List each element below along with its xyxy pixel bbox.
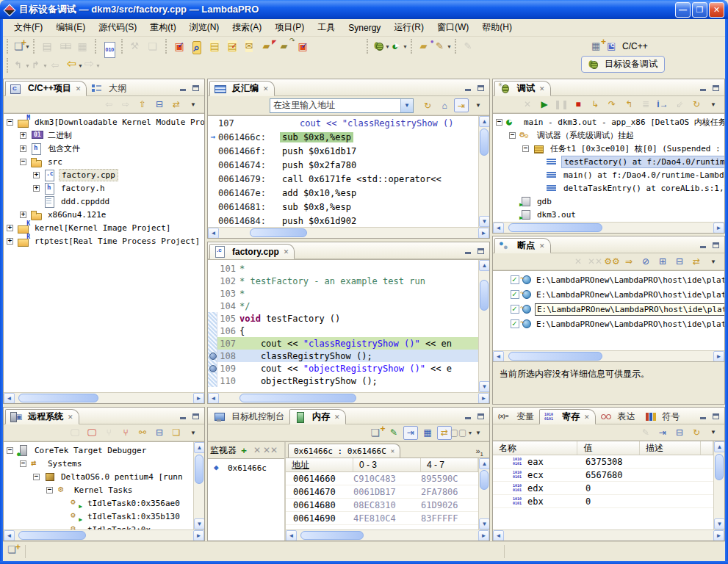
close-button[interactable]: ✕: [709, 2, 724, 18]
close-icon[interactable]: ✕: [76, 85, 82, 93]
tree-item[interactable]: tIdleTask2:0x: [4, 523, 193, 529]
maximize-view-button[interactable]: [710, 83, 721, 93]
horizontal-scrollbar[interactable]: ◄ ►: [493, 222, 724, 233]
scroll-left-icon[interactable]: ◄: [4, 393, 15, 404]
tree-item[interactable]: Kernel Tasks: [4, 483, 193, 496]
connect-target-button[interactable]: 🖵: [84, 426, 99, 440]
editor-annotation[interactable]: [208, 300, 217, 312]
tab-target-console[interactable]: 目标机控制台: [209, 409, 289, 424]
scroll-left-icon[interactable]: ◄: [493, 351, 504, 362]
menu-item[interactable]: 源代码(S): [92, 20, 143, 35]
minimize-view-button[interactable]: [697, 83, 708, 93]
refresh-connection-button[interactable]: ⑂: [118, 426, 133, 440]
memory-row[interactable]: 00614660 C910C483 895590C: [286, 472, 478, 485]
refresh-button[interactable]: ❏: [169, 426, 184, 440]
forward-nav-button[interactable]: ⇨: [118, 98, 133, 112]
scroll-down-icon[interactable]: ▼: [479, 381, 489, 392]
scroll-right-icon[interactable]: ►: [193, 530, 204, 541]
view-menu-button[interactable]: ▼: [706, 425, 721, 439]
collapse-all-button[interactable]: ⊟: [672, 255, 687, 269]
scroll-up-icon[interactable]: ▲: [194, 442, 204, 453]
close-icon[interactable]: ✕: [263, 85, 269, 93]
tab-registers[interactable]: 寄存 ✕: [539, 409, 596, 424]
binary-parser-button[interactable]: [101, 37, 119, 55]
build-log-button[interactable]: [145, 37, 163, 55]
address-input[interactable]: [270, 101, 400, 111]
scroll-right-icon[interactable]: ►: [478, 393, 489, 404]
horizontal-scrollbar[interactable]: ◄ ►: [4, 529, 204, 540]
expand-all-button[interactable]: ⊞: [655, 255, 670, 269]
tab-memory[interactable]: 内存 ✕: [289, 409, 346, 424]
save-button[interactable]: [40, 37, 57, 55]
breakpoint-row[interactable]: E:\LambdaPROnew\LambdaPRO\host\ide\platf…: [493, 302, 724, 317]
scroll-up-icon[interactable]: ▲: [479, 458, 489, 469]
tree-item[interactable]: tIdleTask1:0x35b130: [4, 510, 193, 523]
annotation-button[interactable]: ▼: [435, 37, 453, 55]
editor-annotation[interactable]: [208, 275, 217, 287]
print-button[interactable]: [75, 37, 93, 55]
vertical-scrollbar[interactable]: ▲ ▼: [478, 260, 489, 392]
scroll-right-icon[interactable]: ►: [193, 393, 204, 404]
last-edit-button[interactable]: ▼: [13, 57, 31, 74]
editor-annotation[interactable]: [208, 262, 217, 275]
expander-icon[interactable]: [496, 119, 502, 126]
scroll-right-icon[interactable]: ►: [713, 530, 724, 541]
check-script-button[interactable]: [225, 37, 242, 55]
view-menu-button[interactable]: ▼: [706, 98, 721, 112]
back-nav-button[interactable]: ⇦: [101, 98, 116, 112]
save-all-button[interactable]: [57, 37, 75, 55]
remove-monitor-button[interactable]: ✕: [251, 444, 263, 458]
collapse-all-button[interactable]: ⊟: [152, 426, 167, 440]
expander-icon[interactable]: [33, 474, 40, 480]
tree-item[interactable]: Systems: [4, 457, 193, 470]
address-combo[interactable]: ▼: [270, 98, 414, 113]
view-menu-button[interactable]: ▼: [706, 255, 721, 269]
menu-item[interactable]: 工具: [311, 20, 342, 35]
back-history-button[interactable]: [48, 57, 66, 74]
menu-item[interactable]: 项目(P): [268, 20, 311, 35]
step-filters-button[interactable]: ≣: [638, 98, 653, 112]
expander-icon[interactable]: [33, 185, 40, 192]
show-type-names-button[interactable]: ✎: [638, 425, 653, 439]
tree-item[interactable]: factory.cpp: [4, 168, 204, 181]
tree-item[interactable]: main - dkm3.out - app_x86 [DeltaOS 内核任务调: [493, 115, 724, 129]
resume-button[interactable]: ▶: [537, 98, 552, 112]
tree-item[interactable]: DeltaOS6.0 pentium4 [runn: [4, 470, 193, 483]
tab-debug[interactable]: 调试 ✕: [494, 81, 551, 96]
editor-annotation[interactable]: [208, 287, 217, 300]
tab-overflow-chevron[interactable]: »1: [475, 446, 489, 458]
menu-item[interactable]: 编辑(E): [49, 20, 92, 35]
horiz-scrollbar[interactable]: ◄ ►: [286, 529, 489, 540]
expander-icon[interactable]: [7, 447, 13, 454]
target-search-button[interactable]: [190, 37, 207, 55]
fast-view-icon[interactable]: [6, 544, 22, 559]
active-perspective-button[interactable]: 目标设备调试: [581, 56, 665, 73]
breakpoint-marker[interactable]: [208, 362, 217, 375]
scroll-down-icon[interactable]: ▼: [479, 216, 489, 227]
column-description[interactable]: 描述: [640, 441, 701, 455]
expander-icon[interactable]: [522, 145, 529, 152]
tree-item[interactable]: ddd.cppddd: [4, 195, 204, 208]
maximize-view-button[interactable]: [710, 411, 721, 421]
scroll-down-icon[interactable]: ▼: [714, 518, 724, 529]
remove-terminated-button[interactable]: ✕: [520, 98, 535, 112]
expander-icon[interactable]: [7, 238, 13, 245]
run-config-check-button[interactable]: [295, 37, 313, 55]
breakpoint-checkbox[interactable]: [511, 305, 519, 314]
register-row[interactable]: ebx 0: [493, 495, 713, 508]
open-folder-button[interactable]: [278, 37, 295, 55]
horizontal-scrollbar[interactable]: ◄ ►: [208, 392, 489, 403]
minimize-view-button[interactable]: [697, 240, 708, 250]
step-over-button[interactable]: ↷: [605, 98, 619, 112]
memory-monitor-item[interactable]: 0x61466c: [208, 461, 284, 474]
open-target-button[interactable]: [260, 37, 278, 55]
vertical-scrollbar[interactable]: ▲ ▼: [713, 441, 724, 529]
build-button[interactable]: [128, 37, 145, 55]
menu-item[interactable]: 运行(R): [387, 20, 430, 35]
toggle-split-pane-button[interactable]: ⇥: [403, 426, 418, 440]
minimize-view-button[interactable]: [177, 83, 188, 93]
instruction-stepping-button[interactable]: i→: [655, 98, 670, 112]
cpp-perspective-label[interactable]: C/C++: [622, 41, 648, 51]
tree-item[interactable]: testFactory() at f:/Dao4.0/runtime-: [493, 155, 724, 168]
column-4-7[interactable]: 4 - 7: [421, 458, 478, 471]
